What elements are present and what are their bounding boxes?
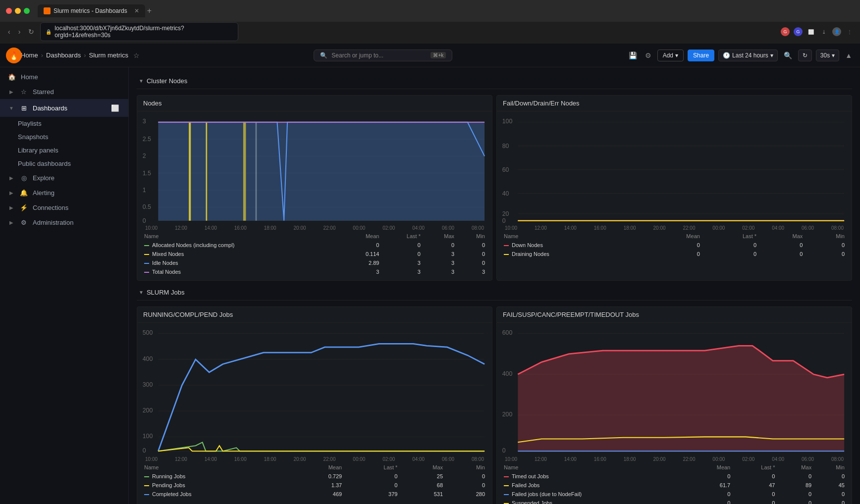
svg-text:400: 400 bbox=[143, 355, 153, 362]
sidebar-item-library-panels[interactable]: Library panels bbox=[0, 144, 128, 157]
section-slurm-jobs[interactable]: ▼ SLURM Jobs bbox=[137, 285, 852, 301]
new-tab-button[interactable]: + bbox=[147, 6, 152, 15]
svg-text:1.5: 1.5 bbox=[143, 170, 151, 177]
download-icon[interactable]: ⤓ bbox=[819, 27, 828, 36]
sidebar-item-playlists[interactable]: Playlists bbox=[0, 117, 128, 130]
svg-text:0: 0 bbox=[502, 217, 506, 224]
svg-text:100: 100 bbox=[143, 433, 153, 440]
administration-expand-icon: ▶ bbox=[8, 219, 15, 226]
sidebar-item-home[interactable]: 🏠 Home bbox=[0, 69, 128, 84]
svg-text:2.5: 2.5 bbox=[143, 136, 151, 143]
browser-addressbar: ‹ › ↻ 🔒 localhost:3000/d/bX7jn6dZkuytdD/… bbox=[0, 22, 860, 42]
sidebar-alerting-label: Alerting bbox=[33, 189, 54, 197]
cluster-nodes-title: Cluster Nodes bbox=[147, 77, 187, 85]
star-dashboard-button[interactable]: ☆ bbox=[133, 51, 140, 59]
slurm-jobs-chevron: ▼ bbox=[139, 290, 144, 295]
settings-button[interactable]: ⚙ bbox=[643, 50, 653, 61]
extensions-icon[interactable]: ⬜ bbox=[806, 27, 815, 36]
rj-col-max: Max bbox=[400, 463, 446, 472]
section-cluster-nodes[interactable]: ▼ Cluster Nodes bbox=[137, 73, 852, 89]
svg-text:200: 200 bbox=[143, 407, 153, 414]
nodes-col-min: Min bbox=[457, 232, 488, 241]
time-range-value: Last 24 hours bbox=[732, 52, 768, 59]
legend-row-mixed: Mixed Nodes 0.114030 bbox=[141, 250, 488, 258]
svg-text:300: 300 bbox=[143, 381, 153, 388]
svg-rect-17 bbox=[243, 122, 246, 221]
fd-col-max: Max bbox=[759, 232, 806, 241]
browser-titlebar: Slurm metrics - Dashboards ✕ + bbox=[0, 0, 860, 22]
running-legend-table: Name Mean Last * Max Min Running Jobs bbox=[141, 463, 488, 499]
sidebar-item-starred[interactable]: ▶ ☆ Starred bbox=[0, 84, 128, 99]
time-range-chevron: ▾ bbox=[770, 52, 773, 59]
lock-icon: 🔒 bbox=[46, 29, 52, 35]
maximize-dot[interactable] bbox=[24, 8, 30, 14]
sidebar-playlists-label: Playlists bbox=[18, 120, 42, 127]
running-compl-pend-panel: RUNNING/COMPL/PEND Jobs 500 400 300 200 … bbox=[137, 306, 492, 504]
add-chevron-icon: ▾ bbox=[675, 52, 678, 59]
sidebar-public-dashboards-label: Public dashboards bbox=[18, 160, 71, 167]
nodes-col-max: Max bbox=[424, 232, 457, 241]
svg-text:80: 80 bbox=[502, 143, 509, 150]
sidebar-item-connections[interactable]: ▶ ⚡ Connections bbox=[0, 200, 128, 215]
tab-close[interactable]: ✕ bbox=[134, 7, 139, 14]
address-bar[interactable]: 🔒 localhost:3000/d/bX7jn6dZkuytdD/slurm-… bbox=[40, 22, 238, 41]
refresh-rate-picker[interactable]: 30s ▾ bbox=[816, 50, 839, 61]
collapse-button[interactable]: ▲ bbox=[843, 50, 854, 61]
search-bar[interactable]: 🔍 Search or jump to... ⌘+k bbox=[314, 50, 452, 61]
zoom-out-button[interactable]: 🔍 bbox=[782, 50, 794, 61]
connections-icon: ⚡ bbox=[20, 203, 28, 211]
share-button[interactable]: Share bbox=[688, 50, 714, 61]
svg-text:60: 60 bbox=[502, 166, 509, 173]
browser-dots bbox=[6, 8, 30, 14]
running-x-labels: 10:0012:0014:0016:0018:00 20:0022:0000:0… bbox=[141, 455, 488, 463]
legend-row-running-jobs: Running Jobs 0.7290250 bbox=[141, 472, 488, 481]
url-text: localhost:3000/d/bX7jn6dZkuytdD/slurm-me… bbox=[54, 25, 233, 39]
breadcrumb-dashboards[interactable]: Dashboards bbox=[46, 51, 81, 59]
refresh-page-button[interactable]: ↻ bbox=[26, 26, 36, 38]
nodes-panel-body: 3 2.5 2 1.5 1 0.5 0 bbox=[137, 111, 492, 280]
fail-susp-panel-body: 600 400 200 0 bbox=[497, 323, 852, 504]
alerting-expand-icon: ▶ bbox=[8, 189, 15, 196]
profile-icon[interactable]: 👤 bbox=[832, 27, 841, 36]
sidebar-snapshots-label: Snapshots bbox=[18, 133, 48, 141]
user-icon-2: G bbox=[794, 27, 803, 36]
sidebar-item-snapshots[interactable]: Snapshots bbox=[0, 130, 128, 144]
grafana-logo[interactable]: 🔥 bbox=[6, 48, 22, 63]
search-placeholder: Search or jump to... bbox=[331, 52, 383, 59]
nodes-panel-header: Nodes bbox=[137, 96, 492, 111]
fs-col-name: Name bbox=[501, 463, 689, 472]
breadcrumb-home[interactable]: Home bbox=[21, 51, 38, 59]
nodes-legend-table: Name Mean Last * Max Min Allocated Nodes… bbox=[141, 232, 488, 276]
browser-chrome: Slurm metrics - Dashboards ✕ + ‹ › ↻ 🔒 l… bbox=[0, 0, 860, 44]
running-panel-body: 500 400 300 200 100 0 bbox=[137, 323, 492, 503]
breadcrumb-sep-2: › bbox=[84, 51, 86, 59]
svg-rect-18 bbox=[256, 122, 257, 221]
fail-down-drain-panel: Fail/Down/Drain/Err Nodes 100 80 60 40 2… bbox=[496, 95, 852, 281]
back-button[interactable]: ‹ bbox=[6, 26, 12, 38]
svg-text:400: 400 bbox=[502, 370, 513, 377]
refresh-chevron: ▾ bbox=[832, 52, 835, 59]
save-button[interactable]: 💾 bbox=[627, 50, 639, 61]
sidebar-collapse-toggle[interactable]: ⬜ bbox=[109, 102, 120, 113]
add-button[interactable]: Add ▾ bbox=[657, 50, 684, 61]
sidebar-item-administration[interactable]: ▶ ⚙ Administration bbox=[0, 215, 128, 230]
fail-susp-chart: 600 400 200 0 bbox=[501, 327, 848, 456]
forward-button[interactable]: › bbox=[16, 26, 23, 38]
sidebar-item-alerting[interactable]: ▶ 🔔 Alerting bbox=[0, 185, 128, 200]
time-range-picker[interactable]: 🕐 Last 24 hours ▾ bbox=[718, 50, 778, 61]
sidebar-item-dashboards[interactable]: ▼ ⊞ Dashboards ⬜ bbox=[0, 99, 128, 117]
minimize-dot[interactable] bbox=[15, 8, 21, 14]
refresh-button[interactable]: ↻ bbox=[798, 50, 812, 61]
sidebar-item-public-dashboards[interactable]: Public dashboards bbox=[0, 157, 128, 170]
topbar: ☰ Home › Dashboards › Slurm metrics ☆ 🔍 … bbox=[0, 44, 860, 67]
close-dot[interactable] bbox=[6, 8, 12, 14]
fail-susp-x-labels: 10:0012:0014:0016:0018:00 20:0022:0000:0… bbox=[501, 455, 848, 463]
browser-actions: G G ⬜ ⤓ 👤 ⋮ bbox=[781, 27, 854, 36]
browser-tab[interactable]: Slurm metrics - Dashboards ✕ bbox=[38, 4, 145, 17]
svg-rect-14 bbox=[158, 122, 484, 221]
svg-text:0: 0 bbox=[502, 447, 506, 454]
sidebar-item-explore[interactable]: ▶ ◎ Explore bbox=[0, 170, 128, 185]
slurm-jobs-panels-row: RUNNING/COMPL/PEND Jobs 500 400 300 200 … bbox=[137, 306, 852, 504]
fail-down-panel-body: 100 80 60 40 20 0 bbox=[497, 111, 852, 262]
menu-icon[interactable]: ⋮ bbox=[845, 27, 854, 36]
